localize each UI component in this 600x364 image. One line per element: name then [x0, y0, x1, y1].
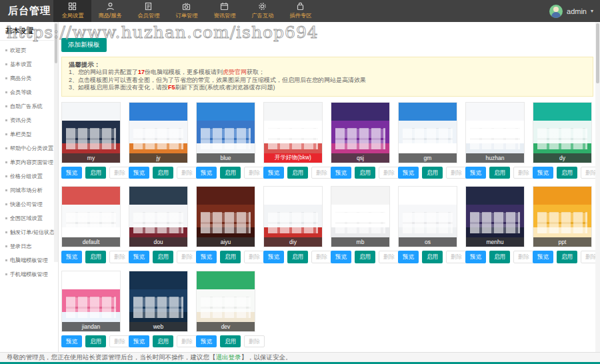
- enable-button[interactable]: 启用: [287, 167, 308, 179]
- preview-button[interactable]: 预览: [129, 251, 149, 263]
- enable-button[interactable]: 启用: [422, 167, 443, 179]
- delete-button[interactable]: 删除: [177, 335, 197, 348]
- template-thumbnail[interactable]: jiandan: [61, 271, 121, 332]
- delete-button[interactable]: 删除: [311, 251, 332, 263]
- template-thumbnail[interactable]: os: [398, 186, 457, 247]
- template-thumbnail[interactable]: aiyu: [196, 186, 255, 247]
- preview-button[interactable]: 预览: [196, 335, 217, 348]
- delete-button[interactable]: 删除: [513, 251, 534, 263]
- preview-button[interactable]: 预览: [61, 251, 82, 263]
- delete-button[interactable]: 删除: [379, 167, 399, 179]
- sidebar-item[interactable]: 资讯分类: [0, 113, 58, 127]
- delete-button[interactable]: 删除: [109, 335, 130, 348]
- sidebar-item[interactable]: 单栏类型: [0, 127, 58, 141]
- sidebar-item[interactable]: 自助广告系统: [0, 99, 58, 113]
- sidebar-item[interactable]: 全国区域设置: [0, 211, 58, 225]
- preview-button[interactable]: 预览: [331, 251, 351, 263]
- delete-button[interactable]: 删除: [244, 251, 265, 263]
- top-nav-item[interactable]: 商品/服务: [91, 0, 129, 22]
- user-menu[interactable]: admin ▾: [549, 0, 593, 22]
- enable-button[interactable]: 启用: [355, 251, 375, 263]
- template-thumbnail[interactable]: menhu: [465, 186, 525, 247]
- delete-button[interactable]: 删除: [379, 251, 399, 263]
- preview-button[interactable]: 预览: [533, 167, 553, 179]
- template-thumbnail[interactable]: blue: [196, 102, 255, 163]
- sidebar-item[interactable]: 帮助中心分类设置: [0, 141, 58, 155]
- delete-button[interactable]: 删除: [446, 251, 467, 263]
- preview-button[interactable]: 预览: [61, 335, 82, 348]
- preview-button[interactable]: 预览: [61, 167, 82, 179]
- enable-button[interactable]: 启用: [422, 251, 443, 263]
- add-template-button[interactable]: 添加新模板: [61, 38, 107, 52]
- enable-button[interactable]: 启用: [355, 167, 375, 179]
- sidebar-item[interactable]: 会员等级: [0, 85, 58, 99]
- enable-button[interactable]: 启用: [220, 335, 241, 348]
- notice-link[interactable]: 虎赞官网: [223, 69, 247, 75]
- sidebar-item[interactable]: 商品分类: [0, 71, 58, 85]
- enable-button[interactable]: 启用: [220, 251, 241, 263]
- sidebar-item[interactable]: 欢迎页: [0, 43, 58, 57]
- top-nav-item[interactable]: 广告互动: [243, 0, 281, 22]
- delete-button[interactable]: 删除: [244, 167, 265, 179]
- enable-button[interactable]: 启用: [153, 167, 173, 179]
- sidebar-item[interactable]: 触发订单/短信状态: [0, 225, 58, 239]
- sidebar-item[interactable]: 基本设置: [0, 57, 58, 71]
- preview-button[interactable]: 预览: [129, 335, 149, 348]
- delete-button[interactable]: 删除: [311, 167, 332, 179]
- top-nav-item[interactable]: 订单管理: [167, 0, 205, 22]
- template-thumbnail[interactable]: dy: [533, 102, 592, 163]
- enable-button[interactable]: 启用: [557, 167, 577, 179]
- sidebar-item[interactable]: 同城市场分析: [0, 183, 58, 197]
- sidebar-scrollbar[interactable]: [54, 22, 58, 262]
- sidebar-item[interactable]: 快递公司管理: [0, 197, 58, 211]
- delete-button[interactable]: 删除: [446, 167, 467, 179]
- enable-button[interactable]: 启用: [85, 167, 106, 179]
- template-thumbnail[interactable]: 开学好物(bkw): [263, 102, 323, 163]
- template-thumbnail[interactable]: dou: [129, 186, 188, 247]
- enable-button[interactable]: 启用: [557, 251, 577, 263]
- preview-button[interactable]: 预览: [196, 251, 217, 263]
- sidebar-item[interactable]: 价格分组设置: [0, 169, 58, 183]
- enable-button[interactable]: 启用: [85, 251, 106, 263]
- template-thumbnail[interactable]: my: [61, 102, 121, 163]
- enable-button[interactable]: 启用: [85, 335, 106, 348]
- template-thumbnail[interactable]: gm: [398, 102, 457, 163]
- template-thumbnail[interactable]: huzhan: [465, 102, 525, 163]
- enable-button[interactable]: 启用: [287, 251, 308, 263]
- top-nav-item[interactable]: 全局设置: [53, 0, 91, 22]
- preview-button[interactable]: 预览: [398, 251, 419, 263]
- enable-button[interactable]: 启用: [489, 167, 510, 179]
- enable-button[interactable]: 启用: [220, 167, 241, 179]
- preview-button[interactable]: 预览: [398, 167, 419, 179]
- top-nav-item[interactable]: 插件专区: [281, 0, 319, 22]
- logout-link[interactable]: 退出登录: [216, 353, 241, 361]
- preview-button[interactable]: 预览: [196, 167, 217, 179]
- preview-button[interactable]: 预览: [465, 167, 486, 179]
- top-nav-item[interactable]: 资讯管理: [205, 0, 243, 22]
- template-thumbnail[interactable]: default: [61, 186, 121, 247]
- template-thumbnail[interactable]: ppt: [533, 186, 592, 247]
- delete-button[interactable]: 删除: [513, 167, 534, 179]
- template-thumbnail[interactable]: web: [129, 271, 188, 332]
- delete-button[interactable]: 删除: [244, 335, 265, 348]
- sidebar-item[interactable]: 电脑端模板管理: [0, 253, 58, 267]
- preview-button[interactable]: 预览: [465, 251, 486, 263]
- enable-button[interactable]: 启用: [153, 335, 173, 348]
- main-scrollbar[interactable]: [595, 22, 600, 352]
- delete-button[interactable]: 删除: [109, 167, 130, 179]
- preview-button[interactable]: 预览: [129, 167, 149, 179]
- delete-button[interactable]: 删除: [109, 251, 130, 263]
- enable-button[interactable]: 启用: [153, 251, 173, 263]
- template-thumbnail[interactable]: diy: [263, 186, 323, 247]
- delete-button[interactable]: 删除: [177, 251, 197, 263]
- top-nav-item[interactable]: 会员管理: [129, 0, 167, 22]
- delete-button[interactable]: 删除: [177, 167, 197, 179]
- preview-button[interactable]: 预览: [263, 167, 284, 179]
- template-thumbnail[interactable]: mb: [331, 186, 390, 247]
- preview-button[interactable]: 预览: [263, 251, 284, 263]
- preview-button[interactable]: 预览: [533, 251, 553, 263]
- sidebar-item[interactable]: 单页内容页面管理: [0, 155, 58, 169]
- preview-button[interactable]: 预览: [331, 167, 351, 179]
- sidebar-item[interactable]: 手机端模板管理: [0, 267, 58, 281]
- template-thumbnail[interactable]: qsj: [331, 102, 390, 163]
